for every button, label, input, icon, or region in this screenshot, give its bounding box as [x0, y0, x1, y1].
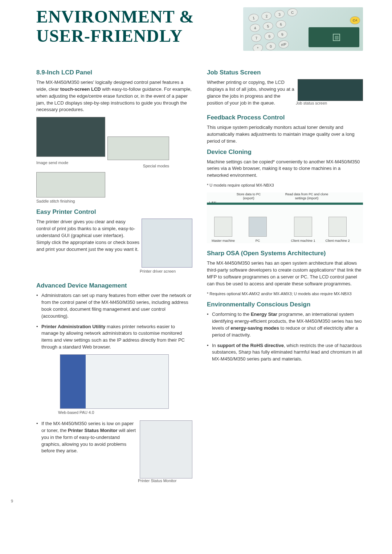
caption-image-send: Image send mode	[36, 160, 105, 165]
figure-printer-driver	[142, 219, 192, 268]
page-number: 9	[11, 499, 192, 503]
page-title: ENVIRONMENT & USER-FRIENDLY	[36, 7, 243, 46]
client-1-icon	[294, 217, 312, 237]
figure-saddle-stitch	[36, 172, 105, 197]
client-2-icon	[328, 217, 347, 237]
title-line-1: ENVIRONMENT &	[36, 7, 194, 26]
lcd-figures-row: Image send mode Special modes	[36, 117, 192, 197]
caption-psm: Printer Status Monitor	[138, 478, 192, 483]
figure-job-status	[298, 79, 363, 101]
caption-pau: Web-based PAU 4.0	[58, 410, 192, 415]
heading-osa: Sharp OSA (Open Systems Architecture)	[207, 250, 363, 257]
heading-lcd-panel: 8.9-Inch LCD Panel	[36, 69, 192, 76]
adm-bullet-list: Administrators can set up many features …	[36, 292, 192, 351]
pc-label: PC	[252, 239, 263, 243]
lcd-paragraph: The MX-M450/M350 series' logically desig…	[36, 79, 192, 113]
feedback-paragraph: This unique system periodically monitors…	[207, 124, 363, 145]
adm-bullet-1: Administrators can set up many features …	[36, 292, 192, 319]
adm-bullet-3: If the MX-M450/M350 series is low on pap…	[36, 420, 192, 455]
master-label: Master machine	[211, 239, 236, 243]
figure-special-modes	[107, 137, 169, 160]
heading-adm: Advanced Device Management	[36, 282, 192, 289]
env-bullet-1: Conforming to the Energy Star programme,…	[207, 311, 363, 338]
lcd-graphic: ▨	[309, 27, 359, 47]
osa-paragraph: The MX-M450/M350 series has an open syst…	[207, 260, 363, 287]
pc-icon	[249, 217, 267, 237]
left-column: 8.9-Inch LCD Panel The MX-M450/M350 seri…	[36, 65, 192, 503]
doc-icon: ▨	[333, 34, 340, 41]
figure-device-cloning: LAN Store data to PC (export) Read data …	[207, 192, 363, 243]
figure-image-send-mode	[36, 117, 105, 157]
caption-special-modes: Special modes	[107, 164, 169, 168]
caption-saddle-stitch: Saddle stitch finishing	[36, 199, 192, 203]
osa-footnote: * Requires optional MX-AMX2 and/or MX-AM…	[207, 291, 363, 297]
read-label: Read data from PC and clone settings (im…	[281, 192, 332, 200]
adm-bullet-list-2: If the MX-M450/M350 series is low on pap…	[36, 420, 192, 455]
adm-bullet-2: Printer Administration Utility makes pri…	[36, 323, 192, 351]
client2-label: Client machine 2	[323, 239, 352, 243]
figure-pau	[60, 354, 169, 409]
heading-cloning: Device Cloning	[207, 148, 363, 156]
cloning-footnote: * U models require optional MX-NBX3	[207, 183, 363, 188]
client1-label: Client machine 1	[289, 239, 318, 243]
keypad-graphic: 123C 456 789 *0#/P	[248, 8, 303, 51]
store-label: Store data to PC (export)	[232, 192, 265, 200]
cloning-paragraph: Machine settings can be copied* convenie…	[207, 159, 363, 179]
heading-easy-printer: Easy Printer Control	[36, 208, 192, 216]
env-bullet-list: Conforming to the Energy Star programme,…	[207, 311, 363, 363]
heading-env: Environmentally Conscious Design	[207, 301, 363, 308]
heading-feedback: Feedback Process Control	[207, 114, 363, 121]
heading-job-status: Job Status Screen	[207, 69, 363, 76]
hero-image: 123C 456 789 *0#/P CA ▨	[243, 7, 363, 51]
right-column: Job Status Screen Job status screen Whet…	[207, 65, 363, 503]
title-line-2: USER-FRIENDLY	[36, 26, 183, 45]
ca-button-graphic: CA	[350, 16, 360, 24]
env-bullet-2: In support of the RoHS directive, which …	[207, 342, 363, 363]
master-machine-icon	[214, 217, 232, 237]
